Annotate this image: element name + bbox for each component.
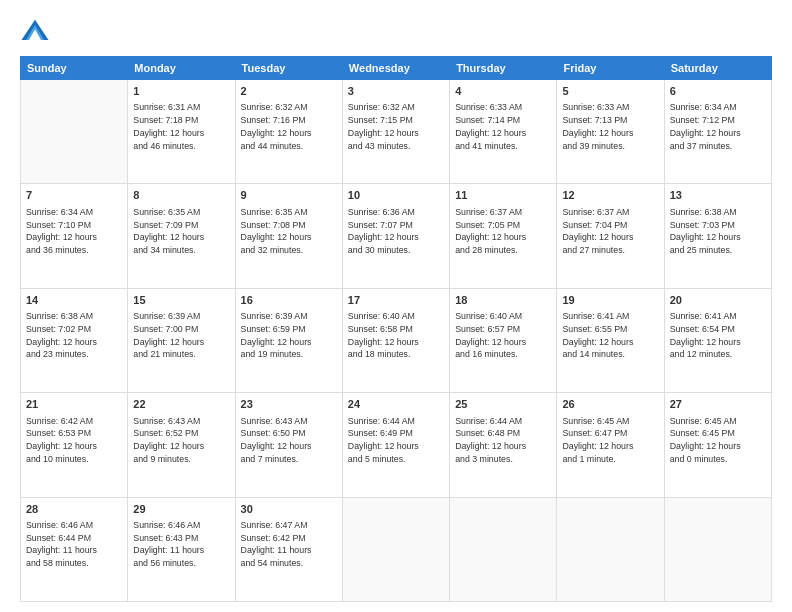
day-number: 9 xyxy=(241,188,337,203)
week-row-1: 7Sunrise: 6:34 AM Sunset: 7:10 PM Daylig… xyxy=(21,184,772,288)
day-info: Sunrise: 6:38 AM Sunset: 7:03 PM Dayligh… xyxy=(670,206,766,257)
day-info: Sunrise: 6:46 AM Sunset: 6:44 PM Dayligh… xyxy=(26,519,122,570)
day-cell xyxy=(664,497,771,601)
day-info: Sunrise: 6:41 AM Sunset: 6:55 PM Dayligh… xyxy=(562,310,658,361)
day-number: 29 xyxy=(133,502,229,517)
day-number: 30 xyxy=(241,502,337,517)
day-info: Sunrise: 6:46 AM Sunset: 6:43 PM Dayligh… xyxy=(133,519,229,570)
day-number: 4 xyxy=(455,84,551,99)
day-cell: 16Sunrise: 6:39 AM Sunset: 6:59 PM Dayli… xyxy=(235,288,342,392)
day-cell: 5Sunrise: 6:33 AM Sunset: 7:13 PM Daylig… xyxy=(557,80,664,184)
day-cell: 15Sunrise: 6:39 AM Sunset: 7:00 PM Dayli… xyxy=(128,288,235,392)
day-cell: 26Sunrise: 6:45 AM Sunset: 6:47 PM Dayli… xyxy=(557,393,664,497)
day-number: 3 xyxy=(348,84,444,99)
day-info: Sunrise: 6:41 AM Sunset: 6:54 PM Dayligh… xyxy=(670,310,766,361)
col-header-tuesday: Tuesday xyxy=(235,57,342,80)
day-cell: 19Sunrise: 6:41 AM Sunset: 6:55 PM Dayli… xyxy=(557,288,664,392)
page: SundayMondayTuesdayWednesdayThursdayFrid… xyxy=(0,0,792,612)
day-cell: 20Sunrise: 6:41 AM Sunset: 6:54 PM Dayli… xyxy=(664,288,771,392)
week-row-4: 28Sunrise: 6:46 AM Sunset: 6:44 PM Dayli… xyxy=(21,497,772,601)
day-number: 15 xyxy=(133,293,229,308)
day-cell: 27Sunrise: 6:45 AM Sunset: 6:45 PM Dayli… xyxy=(664,393,771,497)
day-cell: 9Sunrise: 6:35 AM Sunset: 7:08 PM Daylig… xyxy=(235,184,342,288)
day-info: Sunrise: 6:43 AM Sunset: 6:52 PM Dayligh… xyxy=(133,415,229,466)
day-number: 18 xyxy=(455,293,551,308)
day-cell xyxy=(557,497,664,601)
day-cell: 10Sunrise: 6:36 AM Sunset: 7:07 PM Dayli… xyxy=(342,184,449,288)
day-info: Sunrise: 6:36 AM Sunset: 7:07 PM Dayligh… xyxy=(348,206,444,257)
day-info: Sunrise: 6:34 AM Sunset: 7:10 PM Dayligh… xyxy=(26,206,122,257)
day-number: 23 xyxy=(241,397,337,412)
day-info: Sunrise: 6:31 AM Sunset: 7:18 PM Dayligh… xyxy=(133,101,229,152)
day-number: 22 xyxy=(133,397,229,412)
day-info: Sunrise: 6:33 AM Sunset: 7:13 PM Dayligh… xyxy=(562,101,658,152)
day-cell: 30Sunrise: 6:47 AM Sunset: 6:42 PM Dayli… xyxy=(235,497,342,601)
calendar-table: SundayMondayTuesdayWednesdayThursdayFrid… xyxy=(20,56,772,602)
day-number: 14 xyxy=(26,293,122,308)
day-info: Sunrise: 6:40 AM Sunset: 6:57 PM Dayligh… xyxy=(455,310,551,361)
day-info: Sunrise: 6:38 AM Sunset: 7:02 PM Dayligh… xyxy=(26,310,122,361)
day-cell: 12Sunrise: 6:37 AM Sunset: 7:04 PM Dayli… xyxy=(557,184,664,288)
week-row-3: 21Sunrise: 6:42 AM Sunset: 6:53 PM Dayli… xyxy=(21,393,772,497)
day-number: 25 xyxy=(455,397,551,412)
col-header-friday: Friday xyxy=(557,57,664,80)
day-info: Sunrise: 6:44 AM Sunset: 6:49 PM Dayligh… xyxy=(348,415,444,466)
day-number: 17 xyxy=(348,293,444,308)
day-cell: 7Sunrise: 6:34 AM Sunset: 7:10 PM Daylig… xyxy=(21,184,128,288)
day-info: Sunrise: 6:32 AM Sunset: 7:15 PM Dayligh… xyxy=(348,101,444,152)
day-info: Sunrise: 6:45 AM Sunset: 6:47 PM Dayligh… xyxy=(562,415,658,466)
day-info: Sunrise: 6:42 AM Sunset: 6:53 PM Dayligh… xyxy=(26,415,122,466)
day-cell: 29Sunrise: 6:46 AM Sunset: 6:43 PM Dayli… xyxy=(128,497,235,601)
day-number: 8 xyxy=(133,188,229,203)
day-cell: 13Sunrise: 6:38 AM Sunset: 7:03 PM Dayli… xyxy=(664,184,771,288)
day-cell: 23Sunrise: 6:43 AM Sunset: 6:50 PM Dayli… xyxy=(235,393,342,497)
day-cell: 22Sunrise: 6:43 AM Sunset: 6:52 PM Dayli… xyxy=(128,393,235,497)
day-info: Sunrise: 6:34 AM Sunset: 7:12 PM Dayligh… xyxy=(670,101,766,152)
day-cell: 18Sunrise: 6:40 AM Sunset: 6:57 PM Dayli… xyxy=(450,288,557,392)
day-number: 26 xyxy=(562,397,658,412)
day-cell: 14Sunrise: 6:38 AM Sunset: 7:02 PM Dayli… xyxy=(21,288,128,392)
day-number: 6 xyxy=(670,84,766,99)
day-number: 10 xyxy=(348,188,444,203)
day-cell: 4Sunrise: 6:33 AM Sunset: 7:14 PM Daylig… xyxy=(450,80,557,184)
day-cell: 17Sunrise: 6:40 AM Sunset: 6:58 PM Dayli… xyxy=(342,288,449,392)
day-info: Sunrise: 6:43 AM Sunset: 6:50 PM Dayligh… xyxy=(241,415,337,466)
logo xyxy=(20,16,54,46)
day-info: Sunrise: 6:35 AM Sunset: 7:09 PM Dayligh… xyxy=(133,206,229,257)
day-info: Sunrise: 6:35 AM Sunset: 7:08 PM Dayligh… xyxy=(241,206,337,257)
day-info: Sunrise: 6:39 AM Sunset: 6:59 PM Dayligh… xyxy=(241,310,337,361)
week-row-0: 1Sunrise: 6:31 AM Sunset: 7:18 PM Daylig… xyxy=(21,80,772,184)
day-info: Sunrise: 6:33 AM Sunset: 7:14 PM Dayligh… xyxy=(455,101,551,152)
day-info: Sunrise: 6:40 AM Sunset: 6:58 PM Dayligh… xyxy=(348,310,444,361)
day-number: 27 xyxy=(670,397,766,412)
day-cell: 28Sunrise: 6:46 AM Sunset: 6:44 PM Dayli… xyxy=(21,497,128,601)
day-number: 7 xyxy=(26,188,122,203)
day-number: 13 xyxy=(670,188,766,203)
day-number: 11 xyxy=(455,188,551,203)
day-cell xyxy=(21,80,128,184)
day-info: Sunrise: 6:37 AM Sunset: 7:05 PM Dayligh… xyxy=(455,206,551,257)
day-info: Sunrise: 6:39 AM Sunset: 7:00 PM Dayligh… xyxy=(133,310,229,361)
day-cell: 2Sunrise: 6:32 AM Sunset: 7:16 PM Daylig… xyxy=(235,80,342,184)
day-number: 20 xyxy=(670,293,766,308)
day-cell xyxy=(450,497,557,601)
day-info: Sunrise: 6:47 AM Sunset: 6:42 PM Dayligh… xyxy=(241,519,337,570)
day-info: Sunrise: 6:37 AM Sunset: 7:04 PM Dayligh… xyxy=(562,206,658,257)
day-cell: 25Sunrise: 6:44 AM Sunset: 6:48 PM Dayli… xyxy=(450,393,557,497)
col-header-thursday: Thursday xyxy=(450,57,557,80)
col-header-monday: Monday xyxy=(128,57,235,80)
day-number: 28 xyxy=(26,502,122,517)
col-header-wednesday: Wednesday xyxy=(342,57,449,80)
day-number: 19 xyxy=(562,293,658,308)
day-info: Sunrise: 6:32 AM Sunset: 7:16 PM Dayligh… xyxy=(241,101,337,152)
day-cell: 6Sunrise: 6:34 AM Sunset: 7:12 PM Daylig… xyxy=(664,80,771,184)
day-cell: 1Sunrise: 6:31 AM Sunset: 7:18 PM Daylig… xyxy=(128,80,235,184)
day-number: 21 xyxy=(26,397,122,412)
day-cell: 24Sunrise: 6:44 AM Sunset: 6:49 PM Dayli… xyxy=(342,393,449,497)
day-cell xyxy=(342,497,449,601)
day-number: 12 xyxy=(562,188,658,203)
header xyxy=(20,16,772,46)
day-info: Sunrise: 6:44 AM Sunset: 6:48 PM Dayligh… xyxy=(455,415,551,466)
day-number: 16 xyxy=(241,293,337,308)
day-cell: 8Sunrise: 6:35 AM Sunset: 7:09 PM Daylig… xyxy=(128,184,235,288)
